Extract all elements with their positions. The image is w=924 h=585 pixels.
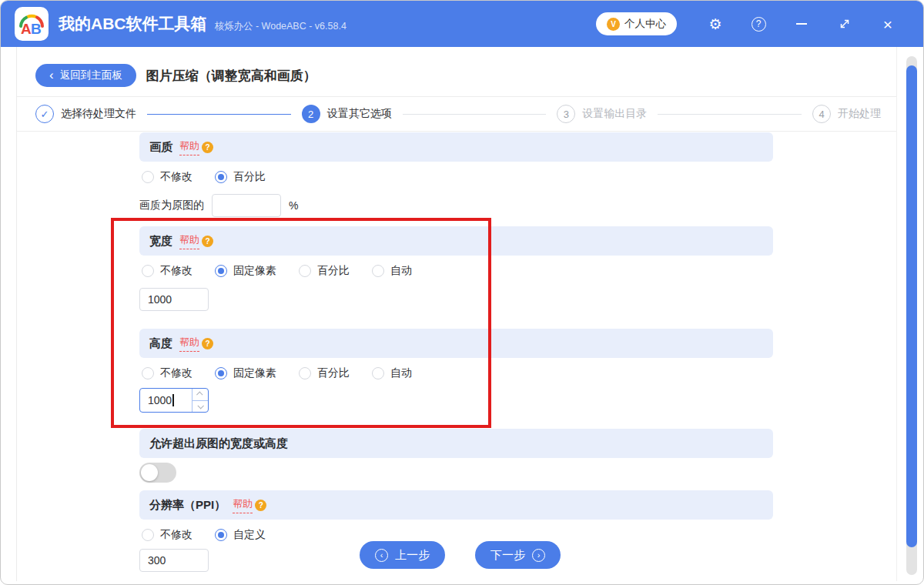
quality-option-percent[interactable]: 百分比 — [215, 170, 266, 184]
question-badge-icon: ? — [202, 142, 213, 153]
step-2: 2 设置其它选项 — [302, 105, 392, 123]
minimize-button[interactable] — [780, 8, 823, 39]
radio-circle-selected-icon — [215, 529, 227, 541]
help-icon: ? — [752, 17, 766, 32]
radio-label: 固定像素 — [233, 264, 276, 278]
user-center-button[interactable]: V 个人中心 — [596, 12, 677, 35]
chevron-down-icon — [197, 403, 203, 409]
text-caret — [172, 394, 174, 406]
resize-button[interactable] — [823, 8, 866, 39]
quality-input-label: 画质为原图的 — [139, 199, 204, 212]
page-title: 图片压缩（调整宽高和画质） — [146, 67, 316, 85]
gear-icon: ⚙ — [708, 15, 721, 33]
section-height-header: 高度 帮助 ? — [139, 329, 773, 358]
previous-step-label: 上一步 — [395, 548, 430, 563]
svg-text:B: B — [31, 21, 42, 37]
height-option-auto[interactable]: 自动 — [372, 366, 412, 380]
height-input-row: 1000 — [139, 389, 773, 412]
step-connector-3 — [658, 114, 802, 115]
titlebar-actions: V 个人中心 ⚙ ? × — [596, 8, 909, 39]
vip-badge-icon: V — [607, 18, 620, 31]
quality-input-row: 画质为原图的 % — [139, 194, 773, 217]
section-quality-header: 画质 帮助 ? — [139, 132, 773, 162]
resolution-help-link[interactable]: 帮助 — [233, 497, 253, 513]
width-option-auto[interactable]: 自动 — [372, 264, 412, 278]
width-option-percent[interactable]: 百分比 — [299, 264, 350, 278]
radio-label: 不修改 — [160, 264, 192, 278]
step-indicator: ✓ 选择待处理文件 2 设置其它选项 3 设置输出目录 4 开始处理 — [35, 97, 881, 131]
height-option-nochange[interactable]: 不修改 — [142, 366, 192, 380]
chevron-left-icon: ‹ — [49, 69, 54, 82]
width-input-row — [139, 288, 773, 311]
overflow-toggle-off[interactable] — [139, 463, 176, 483]
scrollbar-thumb[interactable] — [906, 65, 917, 547]
previous-step-button[interactable]: ‹ 上一步 — [360, 541, 445, 569]
user-center-label: 个人中心 — [624, 17, 666, 31]
quality-percent-input[interactable] — [212, 194, 281, 217]
radio-label: 不修改 — [160, 366, 192, 380]
svg-text:A: A — [21, 21, 32, 37]
section-quality-title: 画质 — [149, 140, 172, 155]
back-to-dashboard-button[interactable]: ‹ 返回到主面板 — [35, 64, 136, 87]
section-width-header: 宽度 帮助 ? — [139, 226, 773, 256]
resolution-option-nochange[interactable]: 不修改 — [142, 528, 192, 542]
number-spinner — [192, 389, 208, 412]
radio-label: 固定像素 — [233, 366, 276, 380]
width-pixels-input[interactable] — [139, 288, 209, 311]
width-radio-group: 不修改 固定像素 百分比 自动 — [139, 260, 773, 282]
close-button[interactable]: × — [866, 8, 909, 39]
radio-label: 自动 — [390, 366, 412, 380]
spinner-down-button[interactable] — [192, 401, 208, 413]
step-2-number: 2 — [302, 105, 320, 123]
page-header: ‹ 返回到主面板 图片压缩（调整宽高和画质） — [35, 64, 316, 87]
width-help-link[interactable]: 帮助 — [179, 233, 199, 249]
height-pixels-input[interactable]: 1000 — [139, 388, 209, 413]
radio-label: 百分比 — [317, 366, 350, 380]
radio-label: 自定义 — [233, 528, 266, 542]
radio-circle-selected-icon — [215, 171, 227, 183]
help-button[interactable]: ? — [737, 8, 780, 39]
next-step-button[interactable]: 下一步 › — [475, 541, 561, 569]
height-option-percent[interactable]: 百分比 — [299, 366, 350, 380]
resolution-option-custom[interactable]: 自定义 — [215, 528, 266, 542]
step-3-label: 设置输出目录 — [582, 107, 647, 121]
chevron-up-icon — [196, 392, 203, 398]
quality-help-link[interactable]: 帮助 — [179, 139, 199, 155]
question-badge-icon: ? — [202, 236, 213, 247]
step-1-check-icon: ✓ — [35, 105, 54, 123]
radio-circle-icon — [372, 367, 384, 379]
radio-label: 自动 — [390, 264, 412, 278]
resolution-ppi-input[interactable] — [139, 549, 209, 572]
scrollbar-track[interactable] — [906, 56, 917, 575]
toggle-knob — [141, 464, 158, 481]
app-window: A B 我的ABC软件工具箱 核烁办公 - WodeABC - v6.58.4 … — [0, 0, 924, 585]
step-connector-1 — [147, 114, 291, 115]
section-width-title: 宽度 — [149, 234, 172, 249]
next-step-label: 下一步 — [490, 548, 525, 563]
close-icon: × — [883, 16, 892, 32]
resize-icon — [839, 18, 851, 30]
options-form: 画质 帮助 ? 不修改 百分比 画质为原图的 % 宽度 帮助 ? — [139, 132, 773, 572]
panel-right-border — [896, 47, 897, 581]
section-overflow-title: 允许超出原图的宽度或高度 — [149, 436, 288, 451]
width-option-nochange[interactable]: 不修改 — [142, 264, 192, 278]
height-radio-group: 不修改 固定像素 百分比 自动 — [139, 363, 773, 384]
radio-label: 不修改 — [160, 170, 192, 184]
radio-circle-icon — [299, 265, 311, 277]
height-option-fixed-pixels[interactable]: 固定像素 — [215, 366, 276, 380]
radio-circle-icon — [142, 265, 154, 277]
resolution-input-row — [139, 549, 773, 572]
quality-option-nochange[interactable]: 不修改 — [142, 170, 192, 184]
resolution-radio-group: 不修改 自定义 — [139, 524, 773, 546]
width-option-fixed-pixels[interactable]: 固定像素 — [215, 264, 276, 278]
radio-circle-selected-icon — [215, 367, 227, 379]
settings-button[interactable]: ⚙ — [694, 8, 737, 39]
radio-label: 不修改 — [160, 528, 192, 542]
question-badge-icon: ? — [255, 500, 266, 511]
radio-circle-icon — [142, 367, 154, 379]
minimize-icon — [796, 23, 807, 25]
step-3-number: 3 — [557, 105, 575, 123]
height-help-link[interactable]: 帮助 — [179, 336, 199, 352]
spinner-up-button[interactable] — [192, 389, 208, 401]
step-1-label: 选择待处理文件 — [61, 107, 136, 121]
